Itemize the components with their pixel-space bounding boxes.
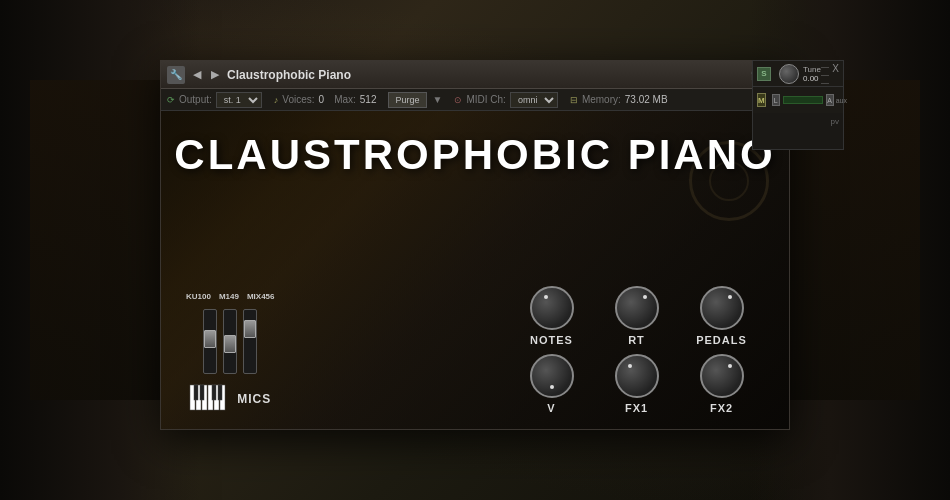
mix456-handle (244, 320, 256, 338)
kontakt-side-panel: S Tune 0.00 X ——— M (752, 60, 844, 150)
mic-ku100: KU100 (186, 292, 211, 301)
next-arrow[interactable]: ▶ (209, 68, 221, 81)
mic-labels-row: KU100 M149 MIX456 (186, 292, 275, 301)
rt-label: RT (628, 334, 645, 346)
ku100-handle (204, 330, 216, 348)
fx1-label: FX1 (625, 402, 648, 414)
close-button[interactable]: X (832, 63, 839, 74)
v-label: V (547, 402, 555, 414)
midi-label: MIDI Ch: (466, 94, 505, 105)
fx2-label: FX2 (710, 402, 733, 414)
fx1-knob-cell: FX1 (594, 354, 679, 414)
v-knob[interactable] (530, 354, 574, 398)
tune-knob[interactable] (779, 64, 799, 84)
bg-texture-left (30, 80, 160, 400)
aux-label: aux (836, 97, 847, 104)
memory-value: 73.02 MB (625, 94, 668, 105)
v-knob-cell: V (509, 354, 594, 414)
pedals-knob[interactable] (700, 286, 744, 330)
main-container: S Tune 0.00 X ——— M (0, 0, 950, 500)
level-meter (783, 96, 823, 104)
pv-label: pv (831, 117, 839, 126)
main-title: CLAUSTROPHOBIC PIANO (161, 131, 789, 179)
main-content: CLAUSTROPHOBIC PIANO KU100 M149 MIX45 (161, 111, 789, 429)
svg-rect-7 (200, 385, 204, 400)
mics-bottom-row: MICS (189, 384, 271, 414)
fx2-knob-cell: FX2 (679, 354, 764, 414)
purge-item: Purge ▼ (388, 92, 442, 108)
fx2-knob[interactable] (700, 354, 744, 398)
mix456-label: MIX456 (247, 292, 275, 301)
rt-knob[interactable] (615, 286, 659, 330)
svg-rect-6 (194, 385, 198, 400)
a-indicator: A (826, 94, 834, 106)
mics-section: KU100 M149 MIX456 (186, 292, 275, 414)
midi-select[interactable]: omni (510, 92, 558, 108)
mic-mix456: MIX456 (247, 292, 275, 301)
faders-row (203, 309, 257, 374)
midi-item: ⊙ MIDI Ch: omni (454, 92, 557, 108)
mix456-fader[interactable] (243, 309, 257, 374)
mics-label: MICS (237, 392, 271, 406)
controls-area: KU100 M149 MIX456 (161, 286, 789, 414)
voices-value: 0 (319, 94, 325, 105)
mic-m149: M149 (219, 292, 239, 301)
notes-knob-cell: NOTES (509, 286, 594, 346)
notes-knob[interactable] (530, 286, 574, 330)
output-label: Output: (179, 94, 212, 105)
notes-label: NOTES (530, 334, 573, 346)
svg-rect-8 (212, 385, 216, 400)
title-bar-left: 🔧 ◀ ▶ Claustrophobic Piano (167, 66, 743, 84)
m149-handle (224, 335, 236, 353)
max-label: Max: (334, 94, 356, 105)
m149-fader[interactable] (223, 309, 237, 374)
title-bar: 🔧 ◀ ▶ Claustrophobic Piano 📷 i (161, 61, 789, 89)
knobs-grid: NOTES RT PEDALS (509, 286, 764, 414)
fx1-knob[interactable] (615, 354, 659, 398)
l-indicator: L (772, 94, 780, 106)
m-button[interactable]: M (757, 93, 766, 107)
pedals-knob-cell: PEDALS (679, 286, 764, 346)
tune-label: Tune (803, 65, 821, 74)
output-select[interactable]: st. 1 (216, 92, 262, 108)
voices-item: ♪ Voices: 0 Max: 512 (274, 94, 377, 105)
prev-arrow[interactable]: ◀ (191, 68, 203, 81)
memory-item: ⊟ Memory: 73.02 MB (570, 94, 668, 105)
svg-rect-9 (218, 385, 222, 400)
ku100-fader[interactable] (203, 309, 217, 374)
purge-button[interactable]: Purge (388, 92, 426, 108)
piano-keyboard-icon (189, 384, 227, 414)
instrument-title: Claustrophobic Piano (227, 68, 351, 82)
tune-value: 0.00 (803, 74, 821, 83)
output-item: ⟳ Output: st. 1 (167, 92, 262, 108)
voices-label: Voices: (282, 94, 314, 105)
plugin-window: 🔧 ◀ ▶ Claustrophobic Piano 📷 i ⟳ Output:… (160, 60, 790, 430)
s-button[interactable]: S (757, 67, 771, 81)
m149-label: M149 (219, 292, 239, 301)
ku100-label: KU100 (186, 292, 211, 301)
max-value: 512 (360, 94, 377, 105)
wrench-icon[interactable]: 🔧 (167, 66, 185, 84)
memory-label: Memory: (582, 94, 621, 105)
rt-knob-cell: RT (594, 286, 679, 346)
pedals-label: PEDALS (696, 334, 747, 346)
info-bar: ⟳ Output: st. 1 ♪ Voices: 0 Max: 512 Pur… (161, 89, 789, 111)
